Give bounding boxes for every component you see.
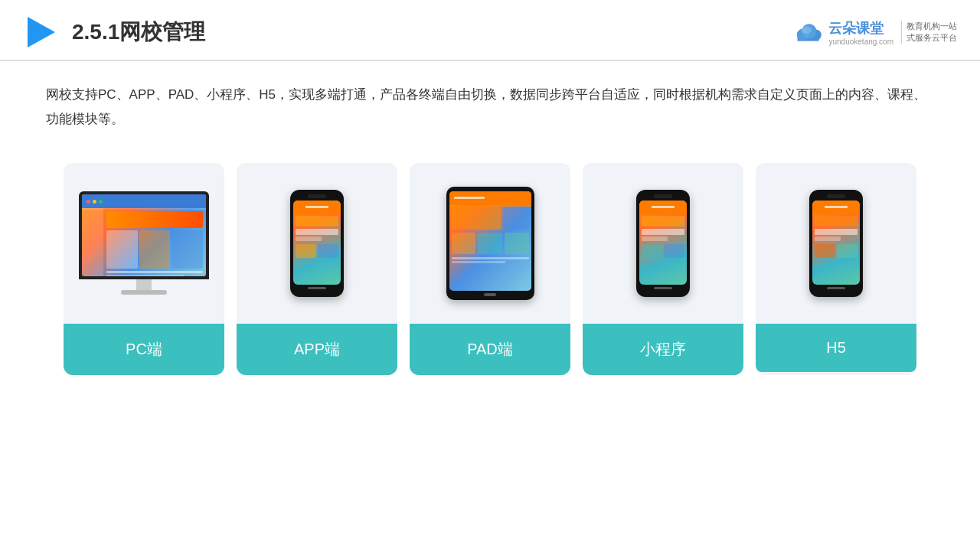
pc-monitor-illustration bbox=[79, 191, 209, 295]
logo-cloud: 云朵课堂 yunduoketang.com 教育机构一站 式服务云平台 bbox=[793, 19, 957, 46]
play-icon bbox=[23, 14, 60, 51]
page-title: 2.5.1网校管理 bbox=[72, 18, 205, 47]
h5-image-area bbox=[756, 163, 916, 324]
pad-image-area bbox=[410, 163, 570, 324]
app-label: APP端 bbox=[237, 324, 397, 375]
page-header: 2.5.1网校管理 云朵课堂 bbox=[0, 0, 980, 61]
pc-image-area bbox=[64, 163, 224, 324]
app-image-area bbox=[237, 163, 397, 324]
logo-area: 云朵课堂 yunduoketang.com 教育机构一站 式服务云平台 bbox=[793, 19, 957, 46]
logo-subtitle: 教育机构一站 式服务云平台 bbox=[901, 21, 957, 44]
miniprogram-phone-illustration bbox=[636, 190, 690, 297]
app-phone-illustration bbox=[290, 190, 344, 297]
description-text: 网校支持PC、APP、PAD、小程序、H5，实现多端打通，产品各终端自由切换，数… bbox=[0, 61, 980, 140]
pc-label: PC端 bbox=[64, 324, 224, 375]
cloud-logo-icon bbox=[793, 21, 824, 43]
devices-section: PC端 bbox=[0, 140, 980, 390]
h5-phone-illustration bbox=[809, 190, 863, 297]
page-container: 2.5.1网校管理 云朵课堂 bbox=[0, 0, 980, 551]
h5-label: H5 bbox=[756, 324, 916, 372]
pad-label: PAD端 bbox=[410, 324, 570, 375]
device-card-miniprogram: 小程序 bbox=[583, 163, 743, 375]
svg-marker-0 bbox=[28, 17, 55, 47]
miniprogram-label: 小程序 bbox=[583, 324, 743, 375]
svg-point-7 bbox=[802, 26, 812, 34]
header-left: 2.5.1网校管理 bbox=[23, 14, 205, 51]
device-card-pad: PAD端 bbox=[410, 163, 570, 375]
device-card-app: APP端 bbox=[237, 163, 397, 375]
pad-tablet-illustration bbox=[446, 187, 534, 300]
device-card-pc: PC端 bbox=[64, 163, 224, 375]
logo-text-main: 云朵课堂 yunduoketang.com bbox=[828, 19, 893, 46]
miniprogram-image-area bbox=[583, 163, 743, 324]
device-card-h5: H5 bbox=[756, 163, 916, 375]
